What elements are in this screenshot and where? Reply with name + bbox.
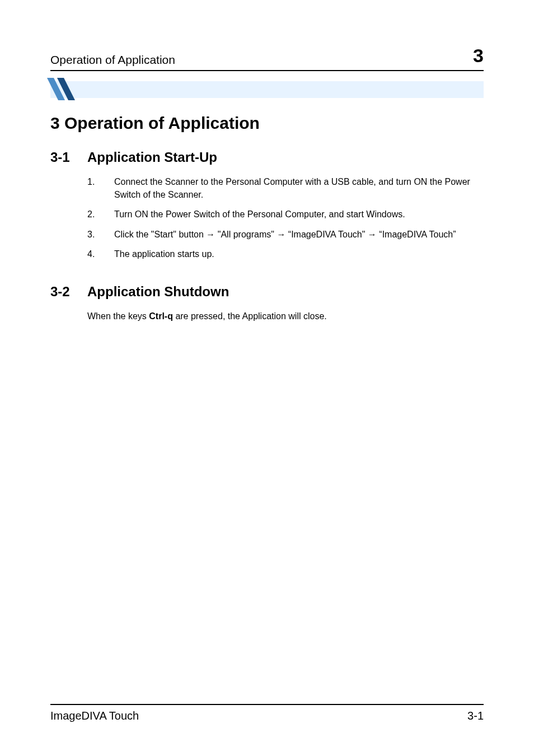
list-item: 3. Click the "Start" button → "All progr…	[87, 228, 484, 241]
banner-stripes-icon	[47, 78, 81, 101]
chapter-title: 3 Operation of Application	[50, 114, 484, 133]
running-header: Operation of Application 3	[50, 45, 484, 71]
section-title: Application Start-Up	[87, 150, 217, 165]
running-header-title: Operation of Application	[50, 53, 175, 67]
step-text: Click the "Start" button → "All programs…	[114, 228, 484, 241]
running-header-chapter-number: 3	[473, 45, 484, 67]
body-pre: When the keys	[87, 311, 149, 321]
section-title: Application Shutdown	[87, 284, 229, 300]
step-number: 3.	[87, 228, 114, 241]
list-item: 4. The application starts up.	[87, 248, 484, 260]
section-number: 3-2	[50, 284, 87, 300]
body-bold: Ctrl-q	[149, 311, 173, 321]
section-3-1: 3-1 Application Start-Up 1. Connect the …	[50, 150, 484, 260]
footer-left: ImageDIVA Touch	[50, 710, 139, 722]
body-post: are pressed, the Application will close.	[173, 311, 327, 321]
step-text: Connect the Scanner to the Personal Comp…	[114, 175, 484, 201]
list-item: 2. Turn ON the Power Switch of the Perso…	[87, 208, 484, 221]
section-body: When the keys Ctrl-q are pressed, the Ap…	[87, 310, 484, 323]
section-banner	[50, 81, 484, 98]
footer-right: 3-1	[467, 710, 484, 722]
section-head: 3-2 Application Shutdown	[50, 284, 484, 300]
step-number: 1.	[87, 175, 114, 201]
step-number: 2.	[87, 208, 114, 221]
step-text: Turn ON the Power Switch of the Personal…	[114, 208, 484, 221]
step-text: The application starts up.	[114, 248, 484, 260]
list-item: 1. Connect the Scanner to the Personal C…	[87, 175, 484, 201]
section-3-2: 3-2 Application Shutdown When the keys C…	[50, 284, 484, 323]
page-footer: ImageDIVA Touch 3-1	[50, 704, 484, 722]
step-number: 4.	[87, 248, 114, 260]
section-number: 3-1	[50, 150, 87, 165]
section-head: 3-1 Application Start-Up	[50, 150, 484, 165]
steps-list: 1. Connect the Scanner to the Personal C…	[87, 175, 484, 260]
